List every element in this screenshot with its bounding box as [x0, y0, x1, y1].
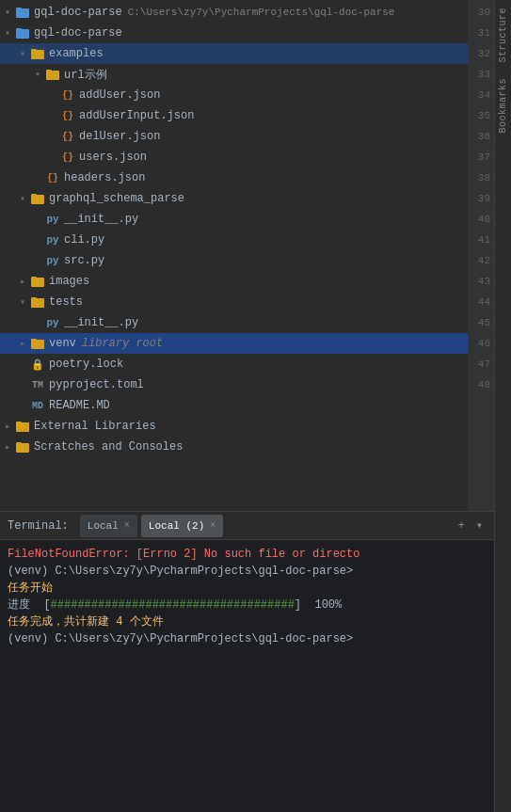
terminal-tab-close[interactable]: ×: [124, 520, 130, 531]
terminal-line: 任务完成，共计新建 4 个文件: [8, 613, 487, 630]
tree-item-poetry-lock[interactable]: 🔒poetry.lock: [0, 354, 468, 374]
item-label: poetry.lock: [49, 358, 460, 371]
dropdown-icon[interactable]: ▾: [472, 517, 487, 534]
tree-arrow[interactable]: [15, 336, 30, 351]
svg-rect-3: [16, 28, 22, 31]
tree-item-root[interactable]: gql-doc-parseC:\Users\zy7y\PycharmProjec…: [0, 2, 468, 23]
tree-arrow[interactable]: [30, 67, 45, 82]
item-label: graphql_schema_parse: [49, 192, 460, 205]
tree-item-ext-libs[interactable]: External Libraries: [0, 416, 468, 437]
tree-item-graphql-schema[interactable]: graphql_schema_parse: [0, 188, 468, 209]
progress-bar: ####################################: [51, 598, 295, 612]
item-label: Scratches and Consoles: [34, 440, 460, 454]
terminal-content[interactable]: FileNotFoundError: [Errno 2] No such fil…: [0, 540, 494, 812]
tree-item-scratches[interactable]: Scratches and Consoles: [0, 437, 468, 457]
line-number: 33: [468, 64, 490, 85]
tree-item-users[interactable]: {}users.json: [0, 147, 468, 167]
file-icon-project: [15, 25, 30, 40]
file-icon-folder: [30, 336, 45, 351]
terminal-actions: + ▾: [455, 517, 487, 534]
item-label: src.py: [64, 254, 460, 267]
tree-item-addUser[interactable]: {}addUser.json: [0, 85, 468, 105]
svg-rect-9: [31, 194, 37, 197]
progress-label: 进度 [: [8, 598, 51, 612]
structure-tab[interactable]: Structure: [496, 0, 510, 71]
file-icon-py: py: [45, 253, 60, 268]
tree-arrow[interactable]: [15, 295, 30, 310]
line-number: 30: [468, 2, 490, 23]
line-number: 41: [468, 230, 490, 250]
svg-rect-11: [31, 277, 37, 279]
terminal-tab-label: Local: [88, 520, 119, 532]
tree-arrow[interactable]: [0, 419, 15, 434]
line-number: 31: [468, 23, 490, 43]
svg-rect-5: [31, 49, 37, 52]
tree-item-readme[interactable]: MDREADME.MD: [0, 395, 468, 416]
tree-item-images[interactable]: images: [0, 271, 468, 292]
root-path: C:\Users\zy7y\PycharmProjects\gql-doc-pa…: [128, 7, 395, 18]
terminal-label: Terminal:: [8, 519, 69, 533]
file-icon-json: {}: [45, 170, 60, 185]
terminal-tab-local1[interactable]: Local×: [80, 515, 137, 537]
line-number: 48: [468, 374, 490, 395]
tree-arrow[interactable]: [15, 46, 30, 61]
line-number: 46: [468, 333, 490, 354]
file-icon-json: {}: [60, 108, 75, 123]
terminal-area: Terminal: Local×Local (2)× + ▾ FileNotFo…: [0, 511, 494, 812]
file-tree[interactable]: gql-doc-parseC:\Users\zy7y\PycharmProjec…: [0, 0, 468, 511]
line-number: 39: [468, 188, 490, 209]
tree-item-root[interactable]: gql-doc-parse: [0, 23, 468, 43]
highlight-text: 任务开始: [8, 581, 53, 595]
tree-item-cli-py[interactable]: pycli.py: [0, 230, 468, 250]
file-icon-folder: [15, 439, 30, 454]
line-number: 44: [468, 292, 490, 312]
side-tabs: Structure Bookmarks: [494, 0, 511, 812]
tree-arrow[interactable]: [0, 5, 15, 20]
tree-item-tests-init[interactable]: py__init__.py: [0, 312, 468, 333]
line-number: 47: [468, 354, 490, 374]
tree-arrow[interactable]: [15, 274, 30, 289]
line-number: 34: [468, 85, 490, 105]
bookmarks-tab[interactable]: Bookmarks: [496, 71, 510, 141]
tree-item-examples[interactable]: examples: [0, 43, 468, 64]
item-label: __init__.py: [64, 316, 460, 329]
file-icon-lock: 🔒: [30, 357, 45, 372]
item-label: url示例: [64, 67, 460, 83]
file-icon-toml: TM: [30, 377, 45, 392]
terminal-tab-local2[interactable]: Local (2)×: [141, 515, 223, 537]
file-icon-json: {}: [60, 88, 75, 103]
add-tab-icon[interactable]: +: [455, 517, 469, 534]
error-text: FileNotFoundError: [Errno 2] No such fil…: [8, 548, 359, 561]
tree-arrow[interactable]: [0, 439, 15, 454]
line-number: 36: [468, 126, 490, 147]
terminal-tabs: Terminal: Local×Local (2)× + ▾: [0, 512, 494, 540]
prompt-text: (venv) C:\Users\zy7y\PycharmProjects\gql…: [8, 632, 353, 645]
tree-item-tests[interactable]: tests: [0, 292, 468, 312]
tree-item-headers[interactable]: {}headers.json: [0, 167, 468, 188]
item-label: addUserInput.json: [79, 109, 460, 122]
terminal-line: FileNotFoundError: [Errno 2] No such fil…: [8, 546, 487, 563]
file-icon-folder: [30, 295, 45, 310]
tree-item-init-py[interactable]: py__init__.py: [0, 209, 468, 230]
item-label: cli.py: [64, 233, 460, 247]
terminal-line: 进度 [####################################…: [8, 597, 487, 613]
tree-item-src-py[interactable]: pysrc.py: [0, 250, 468, 271]
file-icon-json: {}: [60, 129, 75, 144]
progress-pct: ] 100%: [295, 598, 342, 612]
tree-item-delUser[interactable]: {}delUser.json: [0, 126, 468, 147]
tree-arrow[interactable]: [15, 191, 30, 206]
tree-item-venv[interactable]: venvlibrary root: [0, 333, 468, 354]
tree-arrow[interactable]: [0, 25, 15, 40]
tree-item-url-example[interactable]: url示例: [0, 64, 468, 85]
tree-item-pyproject[interactable]: TMpyproject.toml: [0, 374, 468, 395]
terminal-line: (venv) C:\Users\zy7y\PycharmProjects\gql…: [8, 563, 487, 580]
tree-item-addUserInput[interactable]: {}addUserInput.json: [0, 105, 468, 126]
svg-rect-15: [31, 339, 37, 342]
line-number: 37: [468, 147, 490, 167]
item-label: gql-doc-parse: [34, 26, 460, 40]
line-number: 40: [468, 209, 490, 230]
file-icon-py: py: [45, 212, 60, 227]
terminal-tab-close[interactable]: ×: [210, 520, 216, 531]
line-number: 32: [468, 43, 490, 64]
terminal-line: 任务开始: [8, 580, 487, 597]
